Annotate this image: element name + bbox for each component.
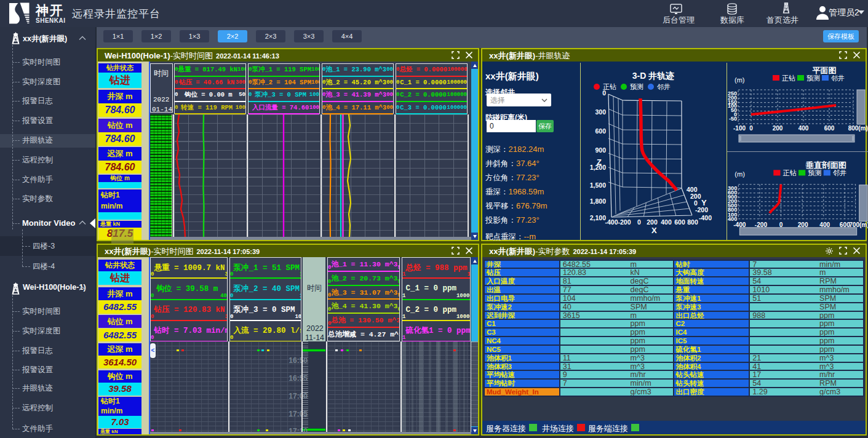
svg-text:700: 700 xyxy=(849,221,859,228)
svg-text:-400: -400 xyxy=(733,221,746,228)
svg-text:0: 0 xyxy=(602,89,606,97)
svg-text:-200: -200 xyxy=(755,221,768,228)
svg-text:-100: -100 xyxy=(733,125,746,132)
svg-text:(m): (m) xyxy=(859,221,868,228)
svg-text:平面图: 平面图 xyxy=(813,66,837,75)
svg-text:200: 200 xyxy=(773,125,783,132)
svg-text:正钻: 正钻 xyxy=(782,74,795,82)
svg-text:邻井: 邻井 xyxy=(831,74,845,82)
svg-text:X: X xyxy=(651,226,657,235)
svg-text:600: 600 xyxy=(674,218,685,226)
svg-text:3-D 井轨迹: 3-D 井轨迹 xyxy=(632,71,674,81)
svg-text:预测: 预测 xyxy=(806,74,820,82)
svg-text:-400: -400 xyxy=(605,218,618,226)
svg-text:0: 0 xyxy=(779,221,783,228)
svg-text:200: 200 xyxy=(798,221,808,228)
svg-text:正钻: 正钻 xyxy=(783,169,797,177)
svg-text:(m): (m) xyxy=(735,76,745,84)
svg-text:400: 400 xyxy=(819,221,830,228)
svg-text:300: 300 xyxy=(595,108,606,116)
svg-text:预测: 预测 xyxy=(808,169,821,177)
svg-text:(m): (m) xyxy=(858,125,868,132)
svg-text:Z: Z xyxy=(597,157,602,167)
svg-text:-200: -200 xyxy=(618,218,631,226)
svg-text:900: 900 xyxy=(595,146,606,154)
svg-text:1,800: 1,800 xyxy=(590,197,606,205)
svg-text:预测: 预测 xyxy=(630,83,643,90)
svg-text:400: 400 xyxy=(661,218,672,226)
svg-text:200: 200 xyxy=(647,218,658,226)
svg-text:1,500: 1,500 xyxy=(590,181,606,189)
svg-text:600: 600 xyxy=(824,125,835,132)
svg-text:0: 0 xyxy=(637,218,641,226)
svg-text:800: 800 xyxy=(848,125,859,132)
svg-text:-400: -400 xyxy=(699,214,712,221)
svg-text:(m): (m) xyxy=(735,170,745,178)
svg-text:邻井: 邻井 xyxy=(657,83,671,90)
svg-text:0: 0 xyxy=(749,125,753,132)
svg-text:600: 600 xyxy=(595,127,606,135)
svg-text:2,100: 2,100 xyxy=(590,214,606,221)
svg-text:-200: -200 xyxy=(695,206,708,213)
svg-text:-50: -50 xyxy=(729,116,737,122)
svg-text:垂直剖面图: 垂直剖面图 xyxy=(805,161,846,170)
svg-text:800: 800 xyxy=(687,218,698,226)
svg-text:邻井: 邻井 xyxy=(833,169,846,177)
svg-text:400: 400 xyxy=(798,125,809,132)
